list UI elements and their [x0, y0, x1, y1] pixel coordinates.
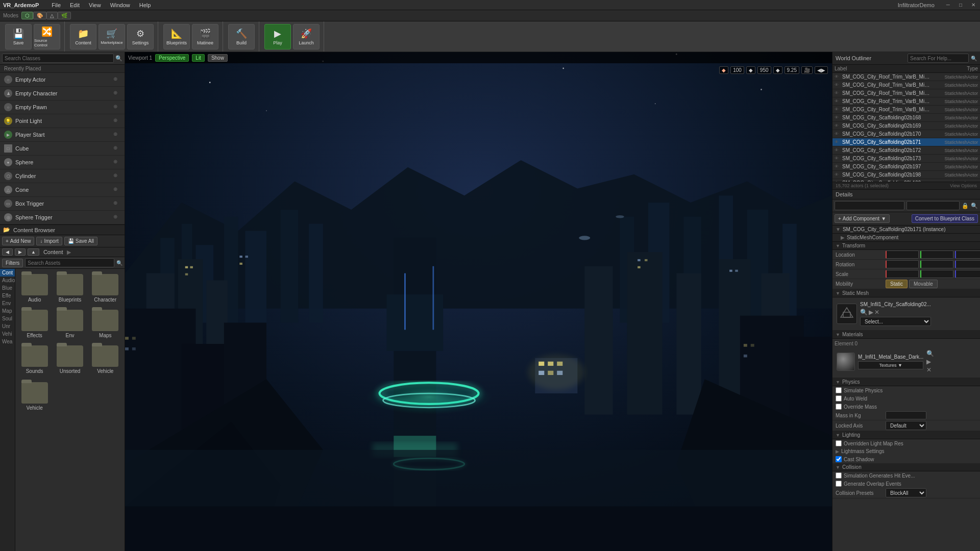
convert-blueprint-button[interactable]: Convert to Blueprint Class	[912, 214, 978, 223]
textures-button[interactable]: Textures ▼	[858, 361, 923, 369]
toolbar-build-button[interactable]: 🔨 Build	[228, 24, 255, 49]
simulate-physics-checkbox[interactable]	[836, 387, 842, 393]
mat-use-button[interactable]: ▶	[926, 358, 934, 365]
folder-unsorted[interactable]: Unsorted	[54, 343, 86, 376]
folder-env[interactable]: Env	[54, 308, 86, 340]
folder-sounds[interactable]: Sounds	[18, 343, 51, 376]
forward-button[interactable]: ▶	[15, 248, 26, 256]
toolbar-source-control-button[interactable]: 🔀 Source Control	[34, 24, 60, 49]
empty-character-add[interactable]: ⊕	[113, 90, 120, 97]
lighting-section-header[interactable]: ▼ Lighting	[832, 431, 980, 439]
cube-add[interactable]: ⊕	[113, 145, 120, 152]
folder-character[interactable]: Character	[89, 272, 121, 305]
rotation-z-input[interactable]: 219.37466	[955, 260, 980, 268]
static-mesh-component-row[interactable]: ▶ StaticMeshComponent	[832, 234, 980, 242]
locked-axis-select[interactable]: Default	[886, 421, 926, 430]
tree-item-blue[interactable]: Blue	[0, 284, 15, 292]
outliner-search-input[interactable]	[908, 54, 969, 63]
toolbar-save-button[interactable]: 💾 Save	[5, 24, 32, 49]
tree-item-unr[interactable]: Unr	[0, 322, 15, 330]
lightmass-expand-icon[interactable]: ▶	[836, 449, 839, 454]
cast-shadow-checkbox[interactable]	[836, 456, 842, 462]
outliner-row[interactable]: 👁 SM_COG_City_Roof_Trim_VarB_Middle459 S…	[832, 106, 980, 114]
instance-row[interactable]: ▼ SM_COG_City_Scaffolding02b171 (Instanc…	[832, 226, 980, 234]
tree-item-content[interactable]: Cont	[0, 269, 15, 277]
outliner-row[interactable]: 👁 SM_COG_City_Scaffolding02b170 StaticMe…	[832, 130, 980, 138]
outliner-row[interactable]: 👁 SM_COG_City_Scaffolding02b168 StaticMe…	[832, 114, 980, 122]
folder-vehicle[interactable]: Vehicle	[89, 343, 121, 376]
menu-view[interactable]: View	[87, 2, 103, 8]
view-options-link[interactable]: View Options	[950, 183, 977, 188]
empty-pawn-add[interactable]: ⊕	[113, 104, 120, 111]
location-x-input[interactable]: 48175.95703	[886, 251, 919, 259]
collision-presets-select[interactable]: BlockAll	[886, 488, 926, 497]
place-item-sphere-trigger[interactable]: ◎ Sphere Trigger ⊕	[0, 211, 125, 224]
lock-icon[interactable]: 🔒	[962, 203, 969, 209]
place-item-player-start[interactable]: ▶ Player Start ⊕	[0, 128, 125, 142]
point-light-add[interactable]: ⊕	[113, 117, 120, 124]
maximize-button[interactable]: □	[959, 2, 962, 8]
outliner-row[interactable]: 👁 SM_COG_City_Scaffolding02b172 StaticMe…	[832, 146, 980, 155]
outliner-row[interactable]: 👁 SM_COG_City_Scaffolding02b169 StaticMe…	[832, 122, 980, 130]
scale-z-input[interactable]: 2.0	[955, 270, 980, 278]
folder-audio[interactable]: Audio	[18, 272, 51, 305]
overlap-checkbox[interactable]	[836, 481, 842, 487]
sim-hit-checkbox[interactable]	[836, 472, 842, 479]
place-item-cube[interactable]: □ Cube ⊕	[0, 142, 125, 156]
folder-maps[interactable]: Maps	[89, 308, 121, 340]
viewport-bg[interactable]	[125, 52, 832, 551]
mat-clear-button[interactable]: ✕	[926, 366, 934, 373]
mode-sculpt[interactable]: △	[46, 12, 58, 19]
scale-y-input[interactable]: 2.0	[920, 270, 953, 278]
add-new-button[interactable]: + Add New	[2, 237, 34, 245]
mesh-dropdown[interactable]: Select...	[860, 317, 931, 326]
show-button[interactable]: Show	[208, 54, 228, 62]
toolbar-blueprints-button[interactable]: 📐 Blueprints	[163, 24, 190, 49]
cylinder-add[interactable]: ⊕	[113, 172, 120, 180]
menu-file[interactable]: File	[50, 2, 62, 8]
search-classes-input[interactable]	[2, 54, 114, 63]
override-mass-checkbox[interactable]	[836, 404, 842, 410]
mesh-browse-button[interactable]: 🔍	[860, 309, 868, 316]
tree-item-vehi[interactable]: Vehi	[0, 330, 15, 338]
rotation-y-input[interactable]: 0.0	[920, 260, 953, 268]
toolbar-settings-button[interactable]: ⚙ Settings	[127, 24, 154, 49]
selected-actor-input[interactable]: SM_COG_City_Scaffolding02b171	[835, 201, 904, 210]
lit-button[interactable]: Lit	[192, 54, 205, 62]
search-detail-icon[interactable]: 🔍	[971, 203, 978, 209]
toolbar-launch-button[interactable]: 🚀 Launch	[293, 24, 320, 49]
minimize-button[interactable]: ─	[946, 2, 950, 8]
folder-blueprints[interactable]: Blueprints	[54, 272, 86, 305]
toolbar-content-button[interactable]: 📁 Content	[70, 24, 96, 49]
outliner-row[interactable]: 👁 SM_COG_City_Scaffolding02b171 StaticMe…	[832, 138, 980, 146]
mode-paint[interactable]: 🎨	[33, 12, 46, 19]
location-y-input[interactable]: 4059.464355	[920, 251, 953, 259]
mat-browse-button[interactable]: 🔍	[926, 350, 934, 357]
outliner-row[interactable]: 👁 SM_COG_City_Scaffolding02b197 StaticMe…	[832, 163, 980, 171]
collision-section-header[interactable]: ▼ Collision	[832, 463, 980, 471]
scale-x-input[interactable]: 2.0	[886, 270, 919, 278]
tree-item-soul[interactable]: Soul	[0, 315, 15, 322]
lightmap-checkbox[interactable]	[836, 440, 842, 446]
box-trigger-add[interactable]: ⊕	[113, 200, 120, 207]
mesh-use-button[interactable]: ▶	[869, 309, 873, 316]
mode-place[interactable]: ⬡	[21, 12, 33, 19]
mesh-clear-button[interactable]: ✕	[874, 309, 879, 316]
tree-item-wea[interactable]: Wea	[0, 338, 15, 345]
search-assets-input[interactable]	[25, 258, 114, 267]
tree-item-map[interactable]: Map	[0, 307, 15, 315]
movable-mobility-button[interactable]: Movable	[909, 280, 938, 288]
toolbar-marketplace-button[interactable]: 🛒 Marketplace	[99, 24, 125, 49]
toolbar-play-button[interactable]: ▶ Play	[264, 24, 291, 49]
filters-button[interactable]: Filters	[2, 259, 23, 267]
menu-help[interactable]: Help	[138, 2, 153, 8]
close-button[interactable]: ✕	[971, 2, 975, 8]
place-item-empty-actor[interactable]: ○ Empty Actor ⊕	[0, 73, 125, 87]
selected-class-input[interactable]: StaticMeshActor h	[906, 201, 960, 210]
place-item-point-light[interactable]: 💡 Point Light ⊕	[0, 114, 125, 128]
folder-effects[interactable]: Effects	[18, 308, 51, 340]
sphere-trigger-add[interactable]: ⊕	[113, 214, 120, 221]
outliner-row[interactable]: 👁 SM_COG_City_Roof_Trim_VarB_Middle420 S…	[832, 81, 980, 89]
transform-section-header[interactable]: ▼ Transform	[832, 242, 980, 250]
up-button[interactable]: ▲	[28, 248, 39, 256]
